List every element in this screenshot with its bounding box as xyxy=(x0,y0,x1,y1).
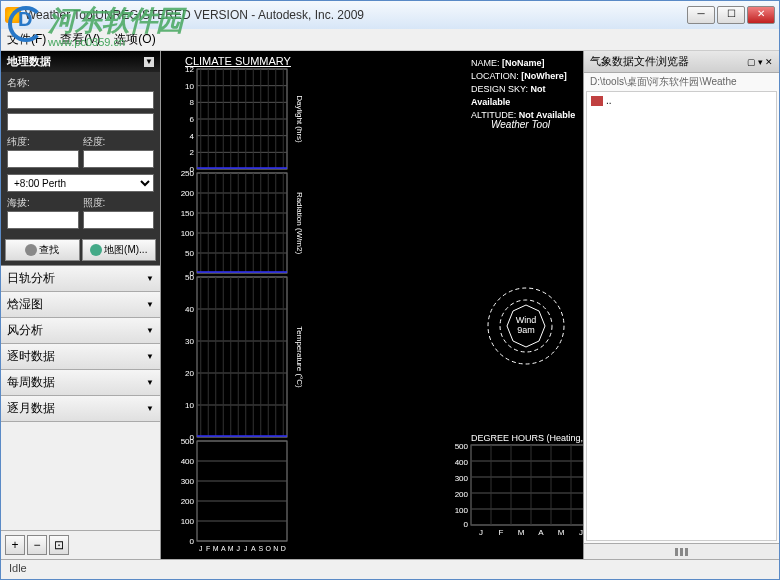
svg-text:50: 50 xyxy=(185,273,194,282)
search-icon xyxy=(25,244,37,256)
svg-text:500: 500 xyxy=(455,442,469,451)
name-input-2[interactable] xyxy=(7,113,154,131)
lon-label: 经度: xyxy=(83,135,155,149)
svg-text:A: A xyxy=(221,545,226,551)
file-up-item[interactable]: .. xyxy=(589,94,774,107)
degree-hours-chart: DEGREE HOURS (Heating, Cooling and Solar… xyxy=(441,431,583,551)
svg-text:M: M xyxy=(558,528,565,537)
titlebar: Weather ToolUNREGISTERED VERSION - Autod… xyxy=(1,1,779,29)
menubar: 文件(F) 查看(V) 选项(O) xyxy=(1,29,779,51)
svg-text:30: 30 xyxy=(185,337,194,346)
svg-text:M: M xyxy=(228,545,234,551)
svg-rect-56 xyxy=(197,277,287,437)
left-panel-title: 地理数据 xyxy=(7,54,51,69)
svg-text:20: 20 xyxy=(185,369,194,378)
chart-canvas: CLIMATE SUMMARY NAME: [NoName] LOCATION:… xyxy=(161,51,583,559)
menu-options[interactable]: 选项(O) xyxy=(114,31,155,48)
section-monthly[interactable]: 逐月数据▼ xyxy=(1,396,160,422)
svg-text:Wind: Wind xyxy=(516,315,537,325)
svg-text:9am: 9am xyxy=(517,325,535,335)
lux-input[interactable] xyxy=(83,211,155,229)
svg-text:2: 2 xyxy=(190,148,195,157)
svg-text:12: 12 xyxy=(185,65,194,74)
svg-text:Radiation (W/m2): Radiation (W/m2) xyxy=(295,192,304,255)
panel-close-icon[interactable]: ✕ xyxy=(765,57,773,67)
app-icon xyxy=(5,7,21,23)
svg-text:100: 100 xyxy=(181,229,195,238)
svg-rect-119 xyxy=(471,445,583,525)
window-title: Weather ToolUNREGISTERED VERSION - Autod… xyxy=(25,8,687,22)
globe-icon xyxy=(90,244,102,256)
alt-label: 海拔: xyxy=(7,196,79,210)
section-weekly[interactable]: 每周数据▼ xyxy=(1,370,160,396)
svg-text:Temperature (°C): Temperature (°C) xyxy=(295,326,304,388)
panel-pin-icon[interactable]: ▢ xyxy=(747,57,756,67)
svg-text:200: 200 xyxy=(181,189,195,198)
name-input[interactable] xyxy=(7,91,154,109)
timezone-select[interactable]: +8:00 Perth xyxy=(7,174,154,192)
panel-dropdown-icon[interactable]: ▼ xyxy=(144,57,154,67)
svg-text:4: 4 xyxy=(190,132,195,141)
svg-text:200: 200 xyxy=(181,497,195,506)
svg-text:N: N xyxy=(273,545,278,551)
accordion: 日轨分析▼ 焓湿图▼ 风分析▼ 逐时数据▼ 每周数据▼ 逐月数据▼ xyxy=(1,265,160,422)
svg-text:300: 300 xyxy=(181,477,195,486)
svg-text:J: J xyxy=(237,545,241,551)
section-wind[interactable]: 风分析▼ xyxy=(1,318,160,344)
svg-rect-83 xyxy=(197,441,287,541)
lat-input[interactable] xyxy=(7,150,79,168)
section-sunpath[interactable]: 日轨分析▼ xyxy=(1,266,160,292)
chevron-down-icon: ▼ xyxy=(146,404,154,413)
svg-text:8: 8 xyxy=(190,98,195,107)
panel-splitter[interactable] xyxy=(584,543,779,559)
menu-file[interactable]: 文件(F) xyxy=(7,31,46,48)
svg-text:200: 200 xyxy=(455,490,469,499)
lux-label: 照度: xyxy=(83,196,155,210)
section-hourly[interactable]: 逐时数据▼ xyxy=(1,344,160,370)
section-psychro[interactable]: 焓湿图▼ xyxy=(1,292,160,318)
lon-input[interactable] xyxy=(83,150,155,168)
svg-text:0: 0 xyxy=(464,520,469,529)
right-panel: 气象数据文件浏览器 ▢ ▾ ✕ D:\tools\桌面\河东软件园\Weathe… xyxy=(583,51,779,559)
chevron-down-icon: ▼ xyxy=(146,352,154,361)
zoom-fit-button[interactable]: ⊡ xyxy=(49,535,69,555)
zoom-out-button[interactable]: − xyxy=(27,535,47,555)
close-button[interactable]: ✕ xyxy=(747,6,775,24)
folder-up-icon xyxy=(591,96,603,106)
svg-text:40: 40 xyxy=(185,305,194,314)
svg-text:100: 100 xyxy=(455,506,469,515)
svg-text:M: M xyxy=(518,528,525,537)
minimize-button[interactable]: ─ xyxy=(687,6,715,24)
svg-text:500: 500 xyxy=(181,437,195,446)
panel-menu-icon[interactable]: ▾ xyxy=(758,57,763,67)
alt-input[interactable] xyxy=(7,211,79,229)
svg-text:250: 250 xyxy=(181,169,195,178)
svg-text:J: J xyxy=(479,528,483,537)
svg-text:Daylight (hrs): Daylight (hrs) xyxy=(295,95,304,143)
svg-text:S: S xyxy=(258,545,263,551)
find-button[interactable]: 查找 xyxy=(5,239,80,261)
svg-text:6: 6 xyxy=(190,115,195,124)
menu-view[interactable]: 查看(V) xyxy=(60,31,100,48)
svg-text:0: 0 xyxy=(190,537,195,546)
maximize-button[interactable]: ☐ xyxy=(717,6,745,24)
svg-text:100: 100 xyxy=(181,517,195,526)
map-button[interactable]: 地图(M)... xyxy=(82,239,157,261)
zoom-in-button[interactable]: + xyxy=(5,535,25,555)
svg-text:M: M xyxy=(213,545,219,551)
left-panel: 地理数据 ▼ 名称: 纬度: 经度: +8:00 Perth 海拔: 照度: xyxy=(1,51,161,559)
file-list[interactable]: .. xyxy=(586,91,777,541)
svg-text:J: J xyxy=(579,528,583,537)
right-panel-title: 气象数据文件浏览器 xyxy=(590,54,689,69)
left-panel-header: 地理数据 ▼ xyxy=(1,51,160,72)
status-text: Idle xyxy=(9,562,27,574)
chevron-down-icon: ▼ xyxy=(146,300,154,309)
svg-text:F: F xyxy=(206,545,210,551)
svg-text:10: 10 xyxy=(185,401,194,410)
svg-text:DEGREE HOURS (Heating, Cooling: DEGREE HOURS (Heating, Cooling and Solar… xyxy=(471,433,583,443)
statusbar: Idle xyxy=(1,559,779,579)
svg-text:A: A xyxy=(251,545,256,551)
chevron-down-icon: ▼ xyxy=(146,378,154,387)
name-label: 名称: xyxy=(7,76,154,90)
svg-text:10: 10 xyxy=(185,82,194,91)
